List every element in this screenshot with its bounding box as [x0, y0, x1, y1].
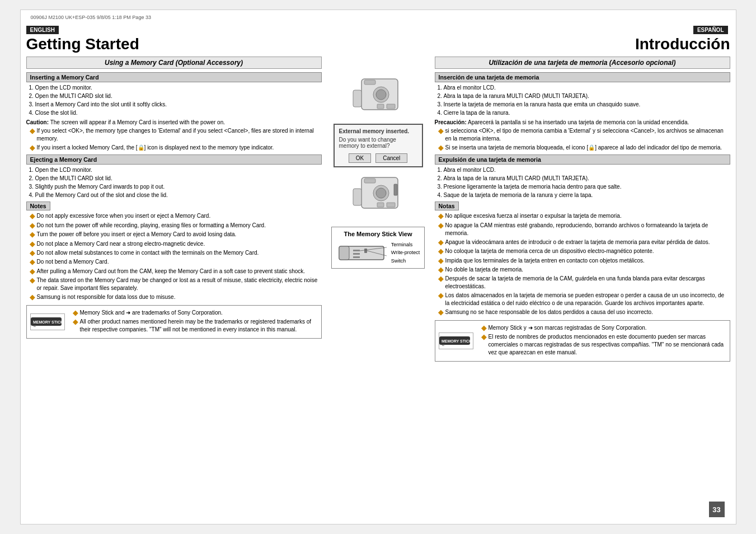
en-ms-bullet-1-sym: ◆ [73, 309, 78, 317]
en-title: Getting Started [26, 35, 139, 53]
en-eject-4: Pull the Memory Card out of the slot and… [35, 191, 322, 199]
dialog-ok-button[interactable]: OK [349, 153, 371, 163]
en-note-2-sym: ◆ [30, 222, 35, 229]
doc-reference: 00906J M2100 UK+ESP-035 9/8/05 1:18 PM P… [31, 15, 151, 20]
es-caution-text: Aparecerá la pantalla si se ha insertado… [468, 119, 689, 125]
en-note-5-text: Do not allow metal substances to come in… [37, 249, 259, 257]
svg-rect-17 [394, 184, 397, 195]
en-note-6-sym: ◆ [30, 258, 35, 266]
en-note-1: ◆ Do not apply excessive force when you … [26, 212, 322, 220]
en-eject-1: Open the LCD monitor. [35, 166, 322, 174]
en-inserting-steps: Open the LCD monitor. Open the MULTI CAR… [26, 84, 322, 117]
es-note-6-sym: ◆ [438, 266, 443, 274]
en-note-1-text: Do not apply excessive force when you in… [37, 212, 211, 220]
es-note-5-sym: ◆ [438, 257, 443, 265]
dialog-question: Do you want to change memory to external… [339, 137, 417, 149]
es-inserting-header: Inserción de una tarjeta de memoria [435, 72, 730, 82]
en-note-7-text: After pulling a Memory Card out from the… [37, 268, 306, 275]
en-ms-bullet-2-text: All other product names mentioned herein… [80, 318, 318, 334]
camera-svg-2 [350, 172, 406, 217]
es-ejecting-steps: Abra el monitor LCD. Abra la tapa de la … [435, 166, 730, 199]
stick-labels: Terminals Write-protect Switch [391, 241, 420, 265]
es-note-5-text: Impida que los terminales de la tarjeta … [445, 257, 645, 265]
en-ms-bullet-1-text: Memory Stick and ➜ are trademarks of Son… [80, 309, 223, 317]
es-ms-bullet-1-sym: ◆ [481, 324, 486, 332]
en-note-2-text: Do not turn the power off while recordin… [37, 222, 266, 229]
en-step-4: Close the slot lid. [35, 109, 322, 117]
es-eject-2: Abra la tapa de la ranura MULTI CARD (MU… [444, 175, 730, 182]
es-lang-badge: ESPAÑOL [693, 26, 728, 34]
es-memory-stick-logo: MEMORY STICK ™ [439, 332, 473, 349]
en-step-2: Open the MULTI CARD slot lid. [35, 92, 322, 100]
svg-rect-16 [387, 203, 395, 207]
svg-text:MEMORY STICK: MEMORY STICK [33, 320, 63, 324]
en-notes-label: Notes [26, 202, 50, 210]
es-note-7-text: Después de sacar la tarjeta de memoria d… [445, 275, 730, 291]
switch-label: Switch [391, 257, 420, 265]
svg-rect-14 [364, 179, 375, 183]
en-note-3-sym: ◆ [30, 231, 35, 238]
es-inserting-steps: Abra el monitor LCD. Abra la tapa de la … [435, 84, 730, 117]
es-note-8-sym: ◆ [438, 292, 443, 299]
page-number: 33 [709, 502, 725, 517]
es-note-4: ◆ No coloque la tarjeta de memoria cerca… [435, 247, 730, 255]
dialog-box: External memory inserted. Do you want to… [334, 124, 423, 167]
es-note-2-text: No apague la CAM mientras esté grabando,… [445, 222, 730, 237]
es-badge: ESPAÑOL [635, 26, 730, 34]
es-ms-bullet-1: ◆ Memory Stick y ➜ son marcas registrada… [478, 324, 726, 332]
en-using-header: Using a Memory Card (Optional Accessory) [26, 57, 322, 69]
es-ms-bullet-1-text: Memory Stick y ➜ son marcas registradas … [489, 324, 647, 332]
en-ms-bullet-1: ◆ Memory Stick and ➜ are trademarks of S… [69, 309, 318, 317]
en-bullet-ok-text: If you select <OK>, the memory type chan… [37, 127, 322, 143]
es-note-2-sym: ◆ [438, 222, 443, 229]
terminals-label: Terminals [391, 241, 420, 249]
en-note-7: ◆ After pulling a Memory Card out from t… [26, 268, 322, 275]
en-bullet-locked: ◆ If you insert a locked Memory Card, th… [26, 144, 322, 152]
en-note-1-sym: ◆ [30, 212, 35, 220]
es-eject-1: Abra el monitor LCD. [444, 166, 730, 174]
en-note-2: ◆ Do not turn the power off while record… [26, 222, 322, 229]
en-caution-text: The screen will appear if a Memory Card … [50, 119, 225, 125]
stick-svg [336, 242, 387, 264]
en-title-block: ENGLISH Getting Started [26, 26, 139, 53]
en-ejecting-header: Ejecting a Memory Card [26, 154, 322, 165]
svg-point-13 [376, 188, 386, 198]
en-note-8-text: The data stored on the Memory Card may b… [37, 277, 322, 292]
en-eject-2: Open the MULTI CARD slot lid. [35, 175, 322, 182]
es-title: Introducción [635, 35, 730, 53]
es-note-7: ◆ Después de sacar la tarjeta de memoria… [435, 275, 730, 291]
en-notes-list: ◆ Do not apply excessive force when you … [26, 212, 322, 301]
en-note-6-text: Do not bend a Memory Card. [37, 258, 109, 266]
svg-rect-8 [377, 104, 384, 109]
cam-image-2-wrapper [350, 172, 406, 218]
memory-stick-logo-svg-es: MEMORY STICK ™ [439, 334, 473, 348]
svg-rect-20 [353, 250, 360, 251]
en-note-3-text: Turn the power off before you insert or … [37, 231, 237, 238]
en-note-8: ◆ The data stored on the Memory Card may… [26, 277, 322, 292]
en-badge: ENGLISH [26, 26, 139, 34]
es-note-9: ◆ Samsung no se hace responsable de los … [435, 308, 730, 316]
es-ms-bullet-2-sym: ◆ [481, 333, 486, 341]
es-bullet-locked-sym: ◆ [438, 144, 443, 152]
es-column: Utilización de una tarjeta de memoria (A… [435, 57, 730, 362]
es-eject-4: Saque de la tarjeta de memoria de la ran… [444, 191, 730, 199]
es-step-2: Abra la tapa de la ranura MULTI CARD (MU… [444, 92, 730, 100]
es-note-9-text: Samsung no se hace responsable de los da… [445, 308, 653, 316]
memory-stick-logo-svg: MEMORY STICK ™ [31, 315, 64, 329]
cam-image-1-wrapper [350, 73, 406, 119]
dialog-cancel-button[interactable]: Cancel [375, 153, 407, 163]
dialog-title: External memory inserted. [339, 128, 417, 134]
svg-rect-21 [353, 253, 360, 255]
en-note-8-sym: ◆ [30, 277, 35, 284]
en-note-3: ◆ Turn the power off before you insert o… [26, 231, 322, 238]
es-note-1: ◆ No aplique excesiva fuerza al insertar… [435, 212, 730, 220]
en-note-4: ◆ Do not place a Memory Card near a stro… [26, 240, 322, 248]
svg-rect-23 [364, 249, 367, 253]
en-lang-badge: ENGLISH [26, 26, 59, 34]
es-note-9-sym: ◆ [438, 308, 443, 316]
page-wrapper: 00906J M2100 UK+ESP-035 9/8/05 1:18 PM P… [20, 10, 736, 524]
main-content: Using a Memory Card (Optional Accessory)… [26, 57, 730, 362]
es-note-4-text: No coloque la tarjeta de memoria cerca d… [445, 247, 654, 255]
en-ms-bullet-2-sym: ◆ [73, 318, 78, 326]
es-caution: Precaución: Aparecerá la pantalla si se … [435, 119, 730, 125]
